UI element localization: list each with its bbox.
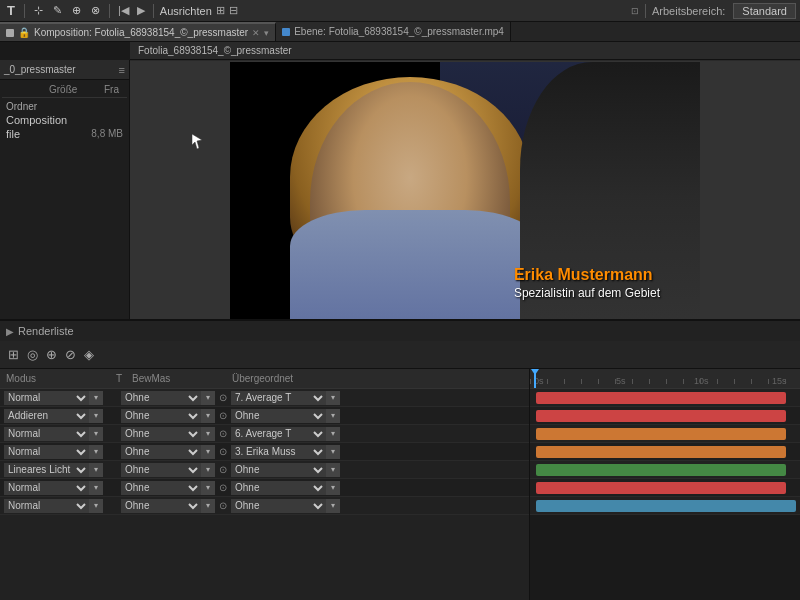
uebergeordnet-arrow-6[interactable]: ▾	[326, 499, 340, 513]
tl-content: Modus T BewMas Übergeordnet NormalAddier…	[0, 369, 800, 600]
tool-move[interactable]: ⊹	[31, 4, 46, 17]
bewmas-arrow-3[interactable]: ▾	[201, 445, 215, 459]
bewmas-select-4[interactable]: Ohne	[121, 463, 201, 477]
project-item-comp[interactable]: Composition	[2, 113, 127, 127]
tool-shape[interactable]: ⊕	[69, 4, 84, 17]
modus-arrow-4[interactable]: ▾	[89, 463, 103, 477]
uebergeordnet-arrow-4[interactable]: ▾	[326, 463, 340, 477]
uebergeordnet-arrow-5[interactable]: ▾	[326, 481, 340, 495]
uebergeordnet-arrow-0[interactable]: ▾	[326, 391, 340, 405]
tool-t[interactable]: T	[4, 3, 18, 18]
uebergeordnet-arrow-1[interactable]: ▾	[326, 409, 340, 423]
modus-arrow-2[interactable]: ▾	[89, 427, 103, 441]
modus-select-4[interactable]: Lineares LichtNormalAddieren	[4, 463, 89, 477]
uebergeordnet-select-0[interactable]: 7. Average TOhne	[231, 391, 326, 405]
bewmas-select-2[interactable]: Ohne	[121, 427, 201, 441]
person-body	[290, 210, 540, 319]
bewmas-arrow-2[interactable]: ▾	[201, 427, 215, 441]
eye-2[interactable]: ⊙	[215, 426, 231, 442]
bewmas-arrow-6[interactable]: ▾	[201, 499, 215, 513]
track-bar-1	[536, 410, 786, 422]
tl-left: Modus T BewMas Übergeordnet NormalAddier…	[0, 369, 530, 600]
modus-arrow-0[interactable]: ▾	[89, 391, 103, 405]
renderliste-arrow[interactable]: ▶	[6, 326, 14, 337]
project-item-ordner[interactable]: Ordner	[2, 100, 127, 113]
bewmas-select-0[interactable]: Ohne	[121, 391, 201, 405]
bewmas-select-6[interactable]: Ohne	[121, 499, 201, 513]
eye-5[interactable]: ⊙	[215, 480, 231, 496]
table-row: AddierenNormalLineares Licht ▾ Ohne ▾ ⊙ …	[0, 407, 529, 425]
ruler-800: 800	[610, 60, 625, 61]
comp-tab-label: Komposition: Fotolia_68938154_©_pressmas…	[34, 27, 248, 38]
track-row-2	[530, 425, 800, 443]
modus-select-1[interactable]: AddierenNormalLineares Licht	[4, 409, 89, 423]
col-bewmas-header: BewMas	[128, 373, 228, 384]
project-menu-btn[interactable]: ≡	[119, 64, 125, 76]
modus-select-6[interactable]: NormalAddierenLineares Licht	[4, 499, 89, 513]
eye-4[interactable]: ⊙	[215, 462, 231, 478]
table-row: Lineares LichtNormalAddieren ▾ Ohne ▾ ⊙ …	[0, 461, 529, 479]
preview-icon: ⊡	[631, 6, 639, 16]
uebergeordnet-arrow-2[interactable]: ▾	[326, 427, 340, 441]
align-left[interactable]: ⊞	[216, 4, 225, 17]
tl-tool-4[interactable]: ⊘	[65, 347, 76, 362]
eye-0[interactable]: ⊙	[215, 390, 231, 406]
tl-rows: NormalAddierenLineares Licht ▾ Ohne ▾ ⊙ …	[0, 389, 529, 600]
tl-tools-bar: ⊞ ◎ ⊕ ⊘ ◈	[0, 341, 800, 369]
track-row-6	[530, 497, 800, 515]
modus-select-3[interactable]: NormalAddierenLineares Licht	[4, 445, 89, 459]
left-panel: _0_pressmaster ≡ Größe Fra Ordner Compos…	[0, 60, 130, 319]
ruler-600: 600	[490, 60, 505, 61]
project-item-jpeg[interactable]: file 8,8 MB	[2, 127, 127, 141]
playback-back[interactable]: |◀	[116, 4, 131, 17]
playback-play[interactable]: ▶	[135, 4, 147, 17]
eye-6[interactable]: ⊙	[215, 498, 231, 514]
bewmas-arrow-5[interactable]: ▾	[201, 481, 215, 495]
uebergeordnet-select-6[interactable]: Ohne	[231, 499, 326, 513]
track-bar-5	[536, 482, 786, 494]
comp-tab[interactable]: 🔒 Komposition: Fotolia_68938154_©_pressm…	[0, 22, 276, 41]
layer-tab[interactable]: Ebene: Fotolia_68938154_©_pressmaster.mp…	[276, 22, 511, 41]
modus-arrow-6[interactable]: ▾	[89, 499, 103, 513]
tl-tool-2[interactable]: ◎	[27, 347, 38, 362]
tl-tool-5[interactable]: ◈	[84, 347, 94, 362]
align-right[interactable]: ⊟	[229, 4, 238, 17]
tool-pen[interactable]: ✎	[50, 4, 65, 17]
modus-arrow-3[interactable]: ▾	[89, 445, 103, 459]
comp-tab-close[interactable]: ✕	[252, 28, 260, 38]
uebergeordnet-select-3[interactable]: 3. Erika MussOhne	[231, 445, 326, 459]
bewmas-select-3[interactable]: Ohne	[121, 445, 201, 459]
cursor-icon	[190, 132, 204, 152]
eye-1[interactable]: ⊙	[215, 408, 231, 424]
ausrichten-label: Ausrichten	[160, 5, 212, 17]
right-side: 100 200 300 400 500 600 700 800	[130, 60, 800, 319]
uebergeordnet-arrow-3[interactable]: ▾	[326, 445, 340, 459]
playhead-triangle	[531, 369, 539, 375]
uebergeordnet-select-2[interactable]: 6. Average TOhne	[231, 427, 326, 441]
bewmas-arrow-1[interactable]: ▾	[201, 409, 215, 423]
filepath-label: Fotolia_68938154_©_pressmaster	[138, 45, 292, 56]
name-overlay: Erika Mustermann Spezialistin auf dem Ge…	[514, 265, 660, 300]
bewmas-arrow-0[interactable]: ▾	[201, 391, 215, 405]
uebergeordnet-select-4[interactable]: Ohne	[231, 463, 326, 477]
bewmas-arrow-4[interactable]: ▾	[201, 463, 215, 477]
track-row-0	[530, 389, 800, 407]
tl-tool-3[interactable]: ⊕	[46, 347, 57, 362]
modus-arrow-1[interactable]: ▾	[89, 409, 103, 423]
standard-button[interactable]: Standard	[733, 3, 796, 19]
modus-arrow-5[interactable]: ▾	[89, 481, 103, 495]
table-row: NormalAddierenLineares Licht ▾ Ohne ▾ ⊙ …	[0, 389, 529, 407]
uebergeordnet-select-1[interactable]: Ohne	[231, 409, 326, 423]
tl-tool-1[interactable]: ⊞	[8, 347, 19, 362]
modus-select-0[interactable]: NormalAddierenLineares Licht	[4, 391, 89, 405]
comp-tab-menu[interactable]: ▾	[264, 28, 269, 38]
modus-select-2[interactable]: NormalAddierenLineares Licht	[4, 427, 89, 441]
bewmas-select-5[interactable]: Ohne	[121, 481, 201, 495]
eye-3[interactable]: ⊙	[215, 444, 231, 460]
tool-mask[interactable]: ⊗	[88, 4, 103, 17]
bewmas-select-1[interactable]: Ohne	[121, 409, 201, 423]
modus-select-5[interactable]: NormalAddierenLineares Licht	[4, 481, 89, 495]
separator-4	[645, 4, 646, 18]
table-row: NormalAddierenLineares Licht ▾ Ohne ▾ ⊙ …	[0, 497, 529, 515]
uebergeordnet-select-5[interactable]: Ohne	[231, 481, 326, 495]
